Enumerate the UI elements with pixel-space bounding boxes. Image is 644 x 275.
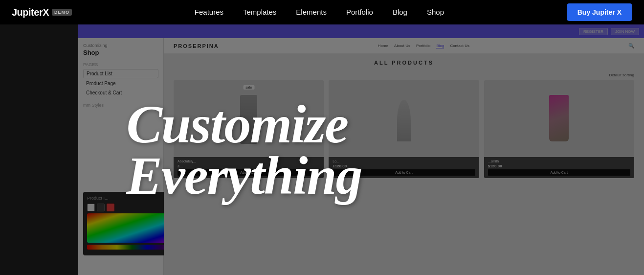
buy-button[interactable]: Buy Jupiter X — [567, 3, 632, 21]
nav-links: Features Templates Elements Portfolio Bl… — [195, 8, 444, 17]
nav-link-elements[interactable]: Elements — [296, 8, 327, 16]
nav-item-elements[interactable]: Elements — [296, 8, 327, 17]
nav-item-features[interactable]: Features — [195, 8, 223, 17]
demo-badge: DEMO — [52, 9, 72, 16]
hero-headline-line2: Everything — [127, 150, 518, 201]
brand-name: JupiterX — [12, 7, 49, 18]
hero-left-panel — [0, 24, 78, 275]
hero-section: REGISTER JOIN NOW Customizing Shop Pages… — [0, 24, 644, 275]
logo[interactable]: JupiterX DEMO — [12, 7, 72, 18]
nav-link-templates[interactable]: Templates — [243, 8, 276, 16]
nav-link-portfolio[interactable]: Portfolio — [346, 8, 373, 16]
nav-item-shop[interactable]: Shop — [427, 8, 444, 17]
nav-item-blog[interactable]: Blog — [393, 8, 407, 17]
navbar: JupiterX DEMO Features Templates Element… — [0, 0, 644, 24]
nav-link-blog[interactable]: Blog — [393, 8, 407, 16]
hero-headline: Customize Everything — [127, 99, 518, 201]
nav-link-shop[interactable]: Shop — [427, 8, 444, 16]
nav-item-templates[interactable]: Templates — [243, 8, 276, 17]
hero-text-block: Customize Everything — [127, 99, 518, 201]
brand-x: X — [43, 7, 49, 18]
brand-area: JupiterX DEMO — [12, 7, 72, 18]
hero-headline-line1: Customize — [127, 99, 518, 150]
nav-link-features[interactable]: Features — [195, 8, 223, 16]
nav-item-portfolio[interactable]: Portfolio — [346, 8, 373, 17]
